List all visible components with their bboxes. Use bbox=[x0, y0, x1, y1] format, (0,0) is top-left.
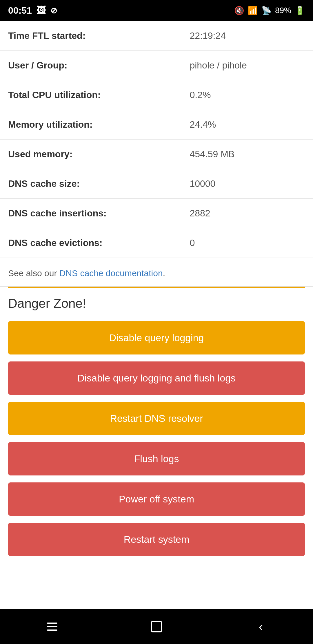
row-label: Used memory: bbox=[0, 140, 181, 169]
row-label: User / Group: bbox=[0, 51, 181, 80]
info-table: Time FTL started: 22:19:24 User / Group:… bbox=[0, 21, 313, 258]
recent-icon bbox=[47, 623, 57, 631]
dns-cache-docs-link[interactable]: DNS cache documentation bbox=[59, 268, 163, 278]
phone-icon: ⊘ bbox=[50, 6, 57, 15]
time-display: 00:51 bbox=[8, 5, 32, 16]
row-label: Time FTL started: bbox=[0, 21, 181, 51]
wifi-icon: 📶 bbox=[248, 6, 258, 15]
see-also-suffix: . bbox=[163, 268, 165, 278]
restart-dns-button[interactable]: Restart DNS resolver bbox=[8, 402, 305, 435]
battery-icon: 🔋 bbox=[295, 6, 305, 15]
row-label: DNS cache insertions: bbox=[0, 199, 181, 228]
row-label: Total CPU utilization: bbox=[0, 80, 181, 110]
row-label: Memory utilization: bbox=[0, 110, 181, 140]
disable-query-logging-flush-button[interactable]: Disable query logging and flush logs bbox=[8, 361, 305, 395]
status-right: 🔇 📶 📡 89% 🔋 bbox=[234, 6, 305, 15]
recent-apps-button[interactable] bbox=[41, 615, 64, 638]
row-value: pihole / pihole bbox=[181, 51, 313, 80]
power-off-button[interactable]: Power off system bbox=[8, 482, 305, 516]
row-value: 10000 bbox=[181, 169, 313, 199]
table-row: DNS cache evictions: 0 bbox=[0, 228, 313, 258]
row-label: DNS cache evictions: bbox=[0, 228, 181, 258]
row-value: 454.59 MB bbox=[181, 140, 313, 169]
row-value: 24.4% bbox=[181, 110, 313, 140]
back-button[interactable]: ‹ bbox=[249, 615, 272, 638]
row-value: 0.2% bbox=[181, 80, 313, 110]
table-row: Used memory: 454.59 MB bbox=[0, 140, 313, 169]
disable-query-logging-button[interactable]: Disable query logging bbox=[8, 321, 305, 354]
danger-zone: Danger Zone! Disable query loggingDisabl… bbox=[0, 287, 313, 578]
restart-system-button[interactable]: Restart system bbox=[8, 523, 305, 556]
flush-logs-button[interactable]: Flush logs bbox=[8, 442, 305, 475]
mute-icon: 🔇 bbox=[234, 6, 244, 15]
table-row: Memory utilization: 24.4% bbox=[0, 110, 313, 140]
see-also-text: See also our bbox=[8, 268, 59, 278]
row-value: 0 bbox=[181, 228, 313, 258]
danger-zone-buttons: Disable query loggingDisable query loggi… bbox=[8, 321, 305, 556]
table-row: Total CPU utilization: 0.2% bbox=[0, 80, 313, 110]
table-row: DNS cache insertions: 2882 bbox=[0, 199, 313, 228]
signal-icon: 📡 bbox=[261, 6, 272, 15]
row-label: DNS cache size: bbox=[0, 169, 181, 199]
gallery-icon: 🖼 bbox=[37, 5, 46, 16]
navigation-bar: ‹ bbox=[0, 609, 313, 644]
see-also-section: See also our DNS cache documentation. bbox=[0, 258, 313, 287]
home-button[interactable] bbox=[145, 615, 168, 638]
home-icon bbox=[151, 621, 162, 632]
table-row: DNS cache size: 10000 bbox=[0, 169, 313, 199]
row-value: 22:19:24 bbox=[181, 21, 313, 51]
danger-zone-title: Danger Zone! bbox=[8, 288, 305, 321]
battery-display: 89% bbox=[275, 6, 291, 15]
main-content: Time FTL started: 22:19:24 User / Group:… bbox=[0, 21, 313, 609]
table-row: Time FTL started: 22:19:24 bbox=[0, 21, 313, 51]
status-time: 00:51 🖼 ⊘ bbox=[8, 5, 57, 16]
row-value: 2882 bbox=[181, 199, 313, 228]
status-bar: 00:51 🖼 ⊘ 🔇 📶 📡 89% 🔋 bbox=[0, 0, 313, 21]
table-row: User / Group: pihole / pihole bbox=[0, 51, 313, 80]
back-icon: ‹ bbox=[259, 619, 263, 634]
